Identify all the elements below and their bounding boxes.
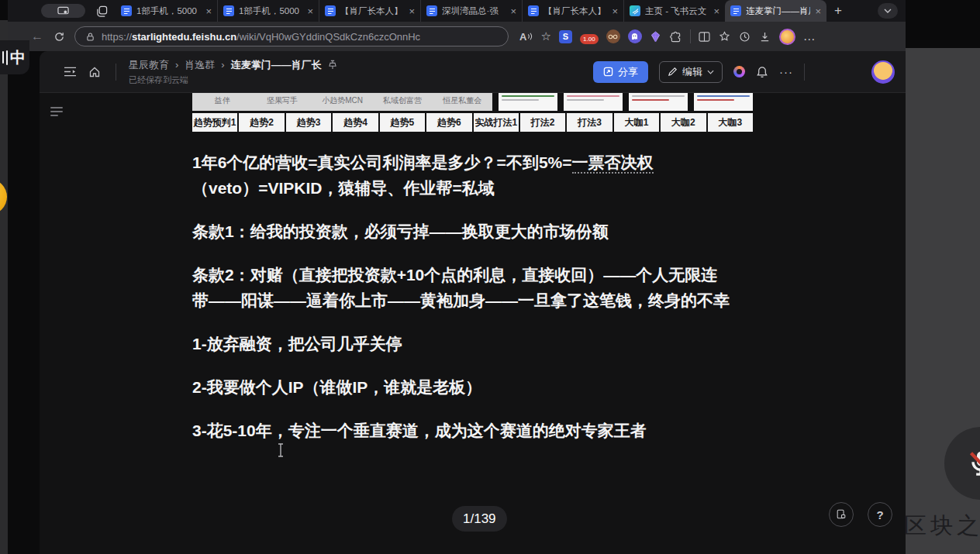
table-gray-cell[interactable]: 益伴 坚果写手 小趋势MCN 私域创富营 恒星私董会 <box>192 93 492 111</box>
thumbnail-fragment <box>502 99 539 101</box>
browser-window: 1部手机，5000 × 1部手机，5000 × 【肖厂长本人】 × 深圳湾晶总·… <box>8 0 906 554</box>
tab-close-icon[interactable]: × <box>205 6 212 16</box>
table-header-cell[interactable]: 大咖1 <box>614 113 659 132</box>
breadcrumb-item[interactable]: 肖逸群 <box>185 58 215 72</box>
browser-tab-4[interactable]: 深圳湾晶总·强 × <box>420 0 522 22</box>
refresh-button[interactable] <box>53 30 65 43</box>
table-image-cell[interactable] <box>564 93 623 111</box>
feishu-doc-icon <box>121 5 132 16</box>
url-host: starlightedu.feishu.cn <box>132 31 236 43</box>
browser-tab-5[interactable]: 【肖厂长本人】 × <box>522 0 623 22</box>
tab-close-icon[interactable]: × <box>612 6 618 16</box>
live-status-text: 中 <box>10 47 26 68</box>
header-divider <box>116 64 116 81</box>
url-scheme: https:// <box>102 31 132 43</box>
notification-bell-icon[interactable] <box>756 66 768 78</box>
share-button[interactable]: 分享 <box>593 61 648 83</box>
read-aloud-button[interactable]: A <box>519 31 533 43</box>
screen-share-indicator-button[interactable] <box>41 4 85 18</box>
paragraph-1-underlined: 一票否决权 <box>572 153 654 174</box>
extensions-puzzle-icon[interactable] <box>670 30 682 43</box>
user-avatar[interactable] <box>871 60 895 84</box>
feedback-button[interactable] <box>829 502 854 527</box>
extension-crystal-icon[interactable] <box>650 30 662 43</box>
browser-tab-1[interactable]: 1部手机，5000 × <box>116 0 217 22</box>
home-icon[interactable] <box>88 65 102 79</box>
table-header-cell[interactable]: 打法2 <box>520 113 565 132</box>
header-divider <box>804 64 805 81</box>
breadcrumb-separator: › <box>175 59 178 71</box>
table-header-cell[interactable]: 趋势6 <box>426 113 471 132</box>
table-label: 私域创富营 <box>372 95 432 111</box>
document-text[interactable]: 1年6个亿的营收=真实公司利润率是多少？=不到5%=一票否决权（veto）=VI… <box>192 150 753 443</box>
history-button[interactable] <box>739 30 751 43</box>
table-header-cell[interactable]: 大咖3 <box>708 113 753 132</box>
table-header-cell[interactable]: 趋势5 <box>380 113 425 132</box>
tab-title: 【肖厂长本人】 <box>340 5 404 17</box>
document-outline-icon[interactable] <box>50 107 63 116</box>
downloads-button[interactable] <box>759 30 771 43</box>
browser-more-button[interactable]: … <box>803 29 816 43</box>
thumbnail-fragment <box>502 95 554 97</box>
tab-close-icon[interactable]: × <box>713 6 719 16</box>
thumbnail-fragment <box>697 95 750 97</box>
workspaces-icon[interactable] <box>95 5 108 17</box>
tab-close-icon[interactable]: × <box>815 6 821 16</box>
table-image-cell[interactable] <box>694 93 753 111</box>
pin-icon[interactable] <box>328 60 337 70</box>
extension-s-icon[interactable]: S <box>559 30 572 43</box>
breadcrumb-item[interactable]: 星辰教育 <box>129 58 169 72</box>
table-image-cell[interactable] <box>629 93 688 111</box>
recording-indicator[interactable] <box>733 66 745 77</box>
feishu-main-panel: 星辰教育 › 肖逸群 › 连麦掌门——肖厂长 已经保存到云端 <box>40 51 906 554</box>
table-image-cell[interactable] <box>499 93 557 111</box>
feishu-app: 星辰教育 › 肖逸群 › 连麦掌门——肖厂长 已经保存到云端 <box>8 51 906 554</box>
tab-close-icon[interactable]: × <box>409 6 415 16</box>
browser-tab-active[interactable]: 连麦掌门——肖厂 × <box>725 0 826 22</box>
edit-button[interactable]: 编辑 <box>659 61 723 83</box>
browser-tab-3[interactable]: 【肖厂长本人】 × <box>319 0 420 22</box>
clipped-character-stroke <box>2 51 4 64</box>
extension-price-badge[interactable]: 1.00 <box>580 34 599 44</box>
table-header-cell[interactable]: 趋势4 <box>333 113 378 132</box>
address-bar[interactable]: https://starlightedu.feishu.cn/wiki/VqH0… <box>74 26 509 46</box>
save-status: 已经保存到云端 <box>129 74 337 86</box>
browser-tab-2[interactable]: 1部手机，5000 × <box>217 0 319 22</box>
tab-list-button[interactable] <box>878 3 898 19</box>
table-header-cell[interactable]: 趋势2 <box>239 113 284 132</box>
browser-profile-avatar[interactable] <box>779 29 795 45</box>
url-path: /wiki/VqH0wGYddinQSdkCzn6czcOnnHc <box>236 31 420 43</box>
split-screen-button[interactable] <box>699 30 711 43</box>
table-label: 恒星私董会 <box>433 95 492 111</box>
table-header-cell[interactable]: 趋势预判1 <box>192 113 237 132</box>
browser-tab-6[interactable]: 主页 - 飞书云文 × <box>623 0 725 22</box>
table-header-cell[interactable]: 趋势3 <box>286 113 331 132</box>
new-tab-button[interactable]: + <box>826 0 850 22</box>
watermark-text: 区块之眼 <box>904 511 980 542</box>
table-label: 益伴 <box>192 95 252 111</box>
share-label: 分享 <box>618 65 638 79</box>
sidebar-toggle-icon[interactable] <box>63 65 77 79</box>
table-header-cell[interactable]: 实战打法1 <box>474 113 519 132</box>
toolbar-icons: A ☆ S 1.00 <box>519 29 816 45</box>
live-status-badge: 中 <box>0 40 29 74</box>
extension-ghost-icon[interactable] <box>628 29 642 43</box>
extension-glasses-icon[interactable] <box>606 29 620 43</box>
tab-title: 连麦掌门——肖厂 <box>746 5 810 17</box>
collections-button[interactable] <box>719 30 731 43</box>
favorite-star-button[interactable]: ☆ <box>540 29 550 43</box>
help-button[interactable]: ? <box>868 502 892 527</box>
table-header-cell[interactable]: 大咖2 <box>661 113 706 132</box>
tab-close-icon[interactable]: × <box>307 6 313 16</box>
tab-close-icon[interactable]: × <box>510 6 516 16</box>
feishu-doc-icon <box>730 5 741 16</box>
feishu-home-icon <box>630 5 640 16</box>
back-button[interactable]: ← <box>31 29 43 43</box>
feishu-more-button[interactable]: ··· <box>779 65 793 78</box>
page-indicator: 1/139 <box>452 506 507 532</box>
browser-tab-strip: 1部手机，5000 × 1部手机，5000 × 【肖厂长本人】 × 深圳湾晶总·… <box>8 0 906 22</box>
thumbnail-fragment <box>567 99 604 101</box>
tab-title: 1部手机，5000 <box>239 5 302 17</box>
paragraph-3: 条款2：对赌（直接把投资款+10个点的利息，直接收回）——个人无限连 带——阳谋… <box>192 262 753 313</box>
table-header-cell[interactable]: 打法3 <box>567 113 612 132</box>
